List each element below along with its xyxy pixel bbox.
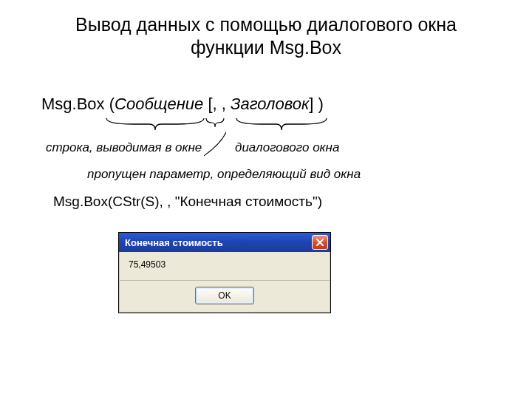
close-icon bbox=[316, 238, 324, 247]
syntax-arg2: Заголовок bbox=[231, 95, 309, 113]
brace-small-icon bbox=[202, 115, 228, 140]
caption-arg2: диалогового окна bbox=[235, 140, 339, 155]
syntax-mid: [, , bbox=[203, 95, 231, 113]
dialog-title: Конечная стоимость bbox=[125, 237, 312, 248]
brace-right-icon bbox=[233, 115, 330, 137]
syntax-arg1: Сообщение bbox=[115, 95, 203, 113]
caption-arg1: строка, выводимая в окне bbox=[46, 140, 202, 155]
msgbox-dialog: Конечная стоимость 75,49503 OK bbox=[118, 232, 331, 313]
dialog-message: 75,49503 bbox=[120, 252, 330, 280]
ok-button[interactable]: OK bbox=[195, 287, 254, 304]
slide-title: Вывод данных с помощью диалогового окна … bbox=[44, 13, 488, 60]
syntax-line: Msg.Box (Сообщение [, , Заголовок] ) bbox=[41, 95, 324, 114]
example-code: Msg.Box(CStr(S), , "Конечная стоимость") bbox=[53, 194, 322, 210]
brace-left-icon bbox=[103, 115, 207, 137]
dialog-button-row: OK bbox=[120, 280, 330, 312]
arrow-down-icon bbox=[204, 126, 226, 171]
caption-missing-param: пропущен параметр, определяющий вид окна bbox=[87, 167, 361, 182]
close-button[interactable] bbox=[312, 235, 328, 250]
syntax-suffix: ] ) bbox=[309, 95, 324, 113]
syntax-prefix: Msg.Box ( bbox=[41, 95, 115, 113]
dialog-titlebar: Конечная стоимость bbox=[119, 233, 330, 252]
dialog-body: 75,49503 OK bbox=[119, 252, 330, 313]
